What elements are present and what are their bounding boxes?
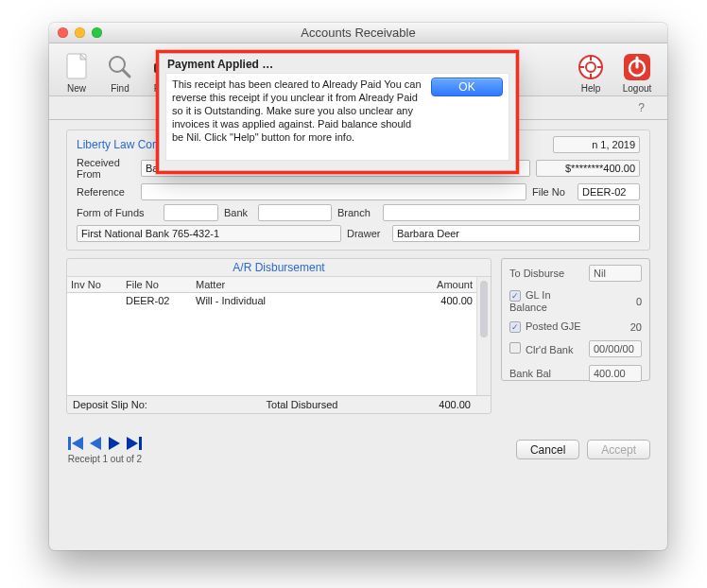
- toolbar-new[interactable]: New: [55, 51, 98, 94]
- posted-gje-label: Posted GJE: [526, 320, 581, 332]
- posted-gje-value: 20: [589, 321, 642, 333]
- new-document-icon: [55, 51, 98, 83]
- col-inv-no: Inv No: [67, 277, 122, 292]
- row-file-no: DEER-02: [122, 293, 192, 308]
- table-vertical-scrollbar[interactable]: [476, 277, 491, 395]
- toolbar-help[interactable]: Help: [569, 51, 612, 94]
- clrd-bank-value: 00/00/00: [589, 340, 642, 357]
- toolbar-logout-label: Logout: [612, 83, 662, 94]
- reference-label: Reference: [77, 186, 135, 198]
- toolbar-new-label: New: [55, 83, 98, 94]
- bank-label: Bank: [224, 207, 252, 218]
- help-lifebuoy-icon: [569, 51, 612, 83]
- to-disburse-label: To Disburse: [509, 268, 564, 279]
- gl-in-balance-checkbox: ✓: [509, 290, 521, 302]
- svg-rect-12: [68, 437, 71, 450]
- received-from-label: Received From: [77, 157, 135, 180]
- drawer-label: Drawer: [347, 228, 387, 239]
- file-no-field[interactable]: DEER-02: [578, 183, 640, 200]
- toolbar-help-label: Help: [569, 83, 612, 94]
- table-row[interactable]: DEER-02 Will - Individual 400.00: [67, 293, 476, 308]
- toolbar-find-label: Find: [98, 83, 142, 94]
- posted-gje-checkbox: ✓: [509, 321, 521, 333]
- dialog-body-text: This receipt has been cleared to Already…: [172, 78, 422, 143]
- accept-button: Accept: [587, 440, 650, 459]
- dialog-title: Payment Applied …: [160, 54, 515, 73]
- bank-bal-value: 400.00: [589, 365, 642, 382]
- nav-first-button[interactable]: [66, 435, 85, 452]
- bank-bal-label: Bank Bal: [509, 368, 551, 379]
- file-no-label: File No: [532, 186, 572, 198]
- branch-label: Branch: [337, 207, 377, 218]
- nav-last-button[interactable]: [125, 435, 144, 452]
- branch-field[interactable]: [383, 204, 640, 221]
- col-matter: Matter: [192, 277, 414, 292]
- deposit-slip-no-label: Deposit Slip No:: [73, 399, 196, 410]
- col-amount: Amount: [414, 277, 476, 292]
- clrd-bank-label: Clr'd Bank: [526, 344, 573, 355]
- svg-marker-15: [109, 437, 120, 450]
- form-of-funds-field[interactable]: [164, 204, 218, 221]
- col-file-no: File No: [122, 277, 192, 292]
- bank-field[interactable]: [258, 204, 332, 221]
- bank-account-field: First National Bank 765-432-1: [77, 225, 341, 242]
- drawer-field[interactable]: Barbara Deer: [392, 225, 640, 242]
- side-status-panel: To Disburse Nil ✓GL In Balance 0 ✓Posted…: [501, 258, 650, 381]
- toolbar-find[interactable]: Find: [98, 51, 142, 94]
- record-nav: [66, 435, 144, 452]
- svg-rect-17: [139, 437, 142, 450]
- logout-power-icon: [612, 51, 662, 83]
- receipt-date-field: n 1, 2019: [553, 136, 640, 153]
- disbursement-title: A/R Disbursement: [67, 259, 491, 277]
- magnifier-icon: [98, 51, 142, 83]
- clrd-bank-checkbox: [509, 342, 521, 354]
- toolbar-logout[interactable]: Logout: [612, 51, 662, 94]
- svg-marker-14: [90, 437, 101, 450]
- total-disbursed-label: Total Disbursed: [196, 399, 408, 410]
- nav-prev-button[interactable]: [87, 435, 104, 452]
- total-disbursed-value: 400.00: [408, 399, 471, 410]
- titlebar: Accounts Receivable: [49, 23, 667, 43]
- reference-field[interactable]: [141, 183, 526, 200]
- disbursement-panel: A/R Disbursement Inv No File No Matter A…: [66, 258, 491, 414]
- to-disburse-value: Nil: [589, 265, 642, 282]
- gl-in-balance-value: 0: [590, 296, 642, 307]
- dialog-ok-button[interactable]: OK: [431, 78, 503, 96]
- svg-point-8: [586, 62, 595, 72]
- window-title: Accounts Receivable: [49, 26, 667, 40]
- amount-field: $********400.00: [536, 160, 640, 177]
- row-amount: 400.00: [414, 293, 476, 308]
- form-of-funds-label: Form of Funds: [77, 207, 158, 218]
- cancel-button[interactable]: Cancel: [516, 440, 579, 459]
- record-position: Receipt 1 out of 2: [68, 454, 142, 464]
- payment-applied-dialog: Payment Applied … This receipt has been …: [159, 53, 516, 171]
- row-matter: Will - Individual: [192, 293, 414, 308]
- svg-marker-16: [127, 437, 138, 450]
- help-indicator-icon[interactable]: ?: [638, 101, 645, 114]
- nav-next-button[interactable]: [106, 435, 123, 452]
- svg-line-3: [123, 70, 129, 77]
- svg-marker-13: [72, 437, 83, 450]
